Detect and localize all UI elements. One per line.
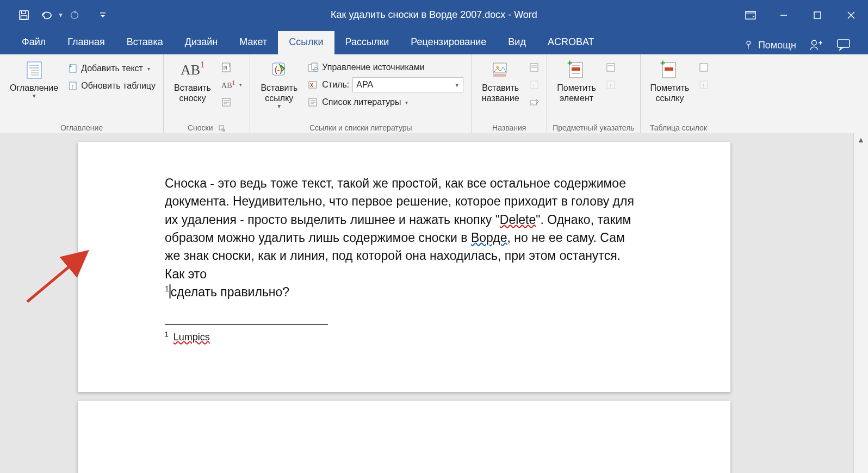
document-lastline[interactable]: сделать правильно? — [171, 285, 289, 299]
svg-rect-55 — [572, 67, 580, 71]
insert-table-figures-button[interactable] — [527, 59, 541, 76]
cross-reference-button[interactable]: - — [527, 94, 541, 111]
svg-rect-1 — [21, 10, 25, 14]
tab-review[interactable]: Рецензирование — [400, 31, 497, 54]
footnote-text[interactable]: 1 Lumpics — [165, 330, 643, 344]
bibliography-icon — [308, 97, 319, 107]
tab-mailings[interactable]: Рассылки — [334, 31, 400, 54]
update-index-button[interactable]: ! — [604, 76, 618, 94]
svg-rect-8 — [814, 12, 821, 18]
insert-citation-button[interactable]: (-) Вставить ссылку ▼ — [256, 58, 302, 112]
tab-insert[interactable]: Вставка — [116, 31, 174, 54]
bibliography-button[interactable]: Список литературы▾ — [306, 94, 466, 111]
group-toc: Оглавление ▼ + Добавить текст▾ ! Обновит… — [0, 54, 164, 133]
tab-file[interactable]: Файл — [11, 31, 57, 54]
insert-footnote-button[interactable]: AB1 Вставить сноску — [169, 58, 216, 105]
style-label: Стиль: — [322, 80, 349, 90]
share-button[interactable] — [806, 36, 824, 54]
show-notes-button[interactable] — [219, 94, 244, 111]
maximize-button[interactable] — [801, 4, 834, 26]
svg-rect-15 — [838, 40, 850, 47]
svg-rect-37 — [312, 63, 317, 70]
bibliography-label: Список литературы — [322, 97, 401, 107]
document-paragraph[interactable]: Сноска - это ведь тоже текст, такой же п… — [165, 176, 634, 281]
citation-style-value: APA — [356, 80, 373, 90]
tell-me-label: Помощн — [758, 40, 796, 51]
insert-toa-button[interactable] — [697, 59, 711, 76]
insert-index-button[interactable] — [604, 59, 618, 76]
group-toa-label: Таблица ссылок — [650, 123, 707, 132]
manage-sources-button[interactable]: Управление источниками — [306, 59, 466, 76]
insert-endnote-button[interactable]: [i]i — [219, 59, 244, 76]
mark-citation-label: Пометить ссылку — [650, 83, 690, 103]
group-citations: (-) Вставить ссылку ▼ Управление источни… — [250, 54, 472, 133]
word-window: { "title": "Как удалить сноски в Ворде 2… — [0, 0, 868, 473]
update-toa-button[interactable]: ! — [697, 76, 711, 94]
svg-rect-46 — [493, 74, 506, 77]
group-captions: Вставить название ! - Названия — [472, 54, 547, 133]
group-footnotes: AB1 Вставить сноску [i]i AB1▾ Сноски — [164, 54, 250, 133]
svg-point-11 — [747, 41, 751, 45]
svg-text:+: + — [660, 60, 665, 67]
update-index-icon: ! — [606, 80, 616, 90]
window-controls — [739, 4, 868, 26]
svg-text:-: - — [531, 101, 533, 105]
undo-button[interactable] — [38, 7, 55, 24]
update-table-figures-button[interactable]: ! — [527, 76, 541, 94]
vertical-scrollbar[interactable]: ▲ — [853, 133, 868, 473]
next-footnote-button[interactable]: AB1▾ — [219, 76, 244, 94]
citation-style-combo[interactable]: APA ▼ — [352, 77, 463, 92]
save-button[interactable] — [15, 7, 33, 24]
qat-customize-button[interactable] — [94, 7, 111, 24]
toc-label: Оглавление — [10, 83, 58, 93]
footnote-reference-mark[interactable]: 1 — [165, 284, 169, 293]
mark-entry-button[interactable]: + Пометить элемент — [553, 58, 600, 105]
insert-citation-label: Вставить ссылку — [261, 83, 297, 103]
footnote-body[interactable]: Lumpics — [173, 332, 210, 343]
minimize-button[interactable] — [767, 4, 801, 26]
crossref-icon: - — [529, 97, 539, 107]
insert-footnote-icon: AB1 — [181, 60, 204, 80]
citation-style: Стиль: APA ▼ — [306, 76, 466, 94]
footnotes-dialog-launcher[interactable] — [218, 125, 226, 132]
tell-me[interactable]: Помощн — [744, 40, 796, 51]
tab-layout[interactable]: Макет — [228, 31, 278, 54]
mark-entry-icon: + — [566, 60, 587, 80]
svg-rect-16 — [27, 62, 41, 78]
tab-view[interactable]: Вид — [497, 31, 537, 54]
mark-citation-button[interactable]: + Пометить ссылку — [646, 58, 694, 105]
tab-home[interactable]: Главная — [57, 31, 116, 54]
svg-rect-64 — [665, 67, 673, 71]
endnote-icon: [i]i — [221, 62, 233, 73]
document-page-2[interactable] — [78, 401, 730, 473]
ribbon: Оглавление ▼ + Добавить текст▾ ! Обновит… — [0, 54, 868, 134]
table-figures-icon — [529, 63, 539, 72]
comments-button[interactable] — [834, 36, 853, 54]
add-text-button[interactable]: + Добавить текст▾ — [66, 60, 158, 77]
tab-design[interactable]: Дизайн — [174, 31, 229, 54]
manage-sources-icon — [308, 63, 319, 72]
svg-rect-66 — [700, 64, 708, 71]
document-page[interactable]: Сноска - это ведь тоже текст, такой же п… — [78, 142, 730, 392]
update-table-label: Обновить таблицу — [81, 81, 156, 91]
close-button[interactable] — [834, 4, 868, 26]
svg-text:!: ! — [703, 83, 704, 89]
svg-point-3 — [71, 11, 78, 18]
ribbon-display-options-button[interactable] — [739, 4, 762, 26]
update-table-icon: ! — [68, 81, 78, 91]
tab-references[interactable]: Ссылки — [278, 31, 334, 54]
insert-caption-button[interactable]: Вставить название — [477, 58, 524, 105]
update-table-button[interactable]: ! Обновить таблицу — [66, 77, 158, 95]
insert-caption-icon — [491, 60, 510, 80]
svg-text:!: ! — [533, 83, 535, 89]
document-area[interactable]: Сноска - это ведь тоже текст, такой же п… — [0, 133, 854, 473]
scroll-up-button[interactable]: ▲ — [854, 133, 868, 146]
toc-button[interactable]: Оглавление ▼ — [5, 58, 63, 102]
document-content[interactable]: Сноска - это ведь тоже текст, такой же п… — [78, 142, 730, 345]
svg-rect-6 — [746, 11, 755, 14]
redo-button[interactable] — [66, 7, 83, 24]
mark-entry-label: Пометить элемент — [557, 83, 596, 103]
insert-footnote-label: Вставить сноску — [174, 83, 211, 103]
group-index: + Пометить элемент ! Предметный указател… — [547, 54, 640, 133]
tab-acrobat[interactable]: ACROBAT — [537, 31, 605, 54]
